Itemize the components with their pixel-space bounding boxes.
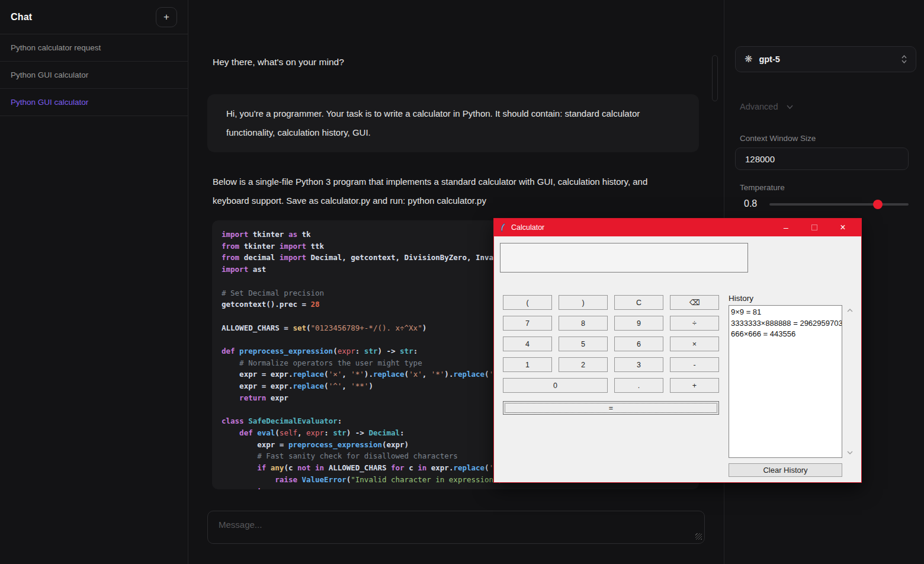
message-input[interactable] xyxy=(207,511,705,544)
calculator-titlebar[interactable]: Calculator – × xyxy=(494,219,861,236)
calc-key-backspace[interactable]: ⌫ xyxy=(670,295,719,310)
calc-key-dot[interactable]: . xyxy=(614,378,663,393)
calc-key-multiply[interactable]: × xyxy=(670,337,719,351)
model-name: gpt-5 xyxy=(759,55,779,64)
chat-scrollbar[interactable] xyxy=(712,55,718,101)
calc-key-5[interactable]: 5 xyxy=(559,337,608,351)
temperature-value: 0.8 xyxy=(744,198,757,209)
context-window-input[interactable] xyxy=(735,148,909,170)
sidebar-item[interactable]: Python GUI calculator xyxy=(0,62,188,89)
assistant-message-text: Below is a single-file Python 3 program … xyxy=(213,172,686,210)
sidebar-item[interactable]: Python GUI calculator xyxy=(0,89,188,116)
scroll-up-icon xyxy=(847,309,853,312)
close-icon: × xyxy=(840,223,845,232)
scroll-down-icon xyxy=(847,451,853,454)
advanced-toggle[interactable]: Advanced xyxy=(740,102,793,111)
model-select[interactable]: ❋ gpt-5 xyxy=(735,46,916,72)
calc-key-open-paren[interactable]: ( xyxy=(503,295,552,310)
calc-key-1[interactable]: 1 xyxy=(503,357,552,372)
window-controls: – × xyxy=(772,219,861,236)
calc-key-8[interactable]: 8 xyxy=(559,316,608,331)
calc-key-0[interactable]: 0 xyxy=(503,378,608,393)
calc-key-clear[interactable]: C xyxy=(614,295,663,310)
calc-key-4[interactable]: 4 xyxy=(503,337,552,351)
close-button[interactable]: × xyxy=(829,219,857,236)
user-message-text: Hi, you're a programmer. Your task is to… xyxy=(226,108,640,137)
chevron-down-icon xyxy=(787,105,793,109)
temperature-slider[interactable] xyxy=(769,203,909,206)
calc-key-9[interactable]: 9 xyxy=(614,316,663,331)
maximize-icon xyxy=(811,225,817,230)
calc-key-2[interactable]: 2 xyxy=(559,357,608,372)
calc-key-6[interactable]: 6 xyxy=(614,337,663,351)
app-root: Chat + Python calculator requestPython G… xyxy=(0,0,924,564)
history-item[interactable]: 9×9 = 81 xyxy=(731,307,842,318)
history-scrollbar[interactable] xyxy=(845,305,855,458)
calc-keys: ()C⌫789÷456×123-0.+ xyxy=(503,295,719,393)
plus-icon: + xyxy=(163,11,169,23)
minimize-icon: – xyxy=(784,223,788,232)
sidebar-item[interactable]: Python calculator request xyxy=(0,34,188,62)
assistant-greeting: Hey there, what's on your mind? xyxy=(213,57,344,68)
tk-feather-icon xyxy=(499,223,506,232)
maximize-button[interactable] xyxy=(800,219,829,236)
clear-history-button[interactable]: Clear History xyxy=(729,463,842,477)
calculator-title: Calculator xyxy=(511,223,544,232)
calc-display[interactable] xyxy=(500,243,748,273)
chat-sidebar: Chat + Python calculator requestPython G… xyxy=(0,0,188,564)
calc-key-divide[interactable]: ÷ xyxy=(670,316,719,331)
calc-key-3[interactable]: 3 xyxy=(614,357,663,372)
temperature-label: Temperature xyxy=(740,183,785,192)
history-item[interactable]: 3333333×888888 = 2962959703704 xyxy=(731,318,842,329)
calc-key-equals[interactable]: = xyxy=(503,401,719,415)
context-window-label: Context Window Size xyxy=(740,134,816,143)
chat-list: Python calculator requestPython GUI calc… xyxy=(0,34,188,116)
calc-key-plus[interactable]: + xyxy=(670,378,719,393)
select-chevrons-icon xyxy=(901,55,907,63)
calc-key-7[interactable]: 7 xyxy=(503,316,552,331)
history-item[interactable]: 666×666 = 443556 xyxy=(731,329,842,340)
minimize-button[interactable]: – xyxy=(772,219,800,236)
user-message-bubble: Hi, you're a programmer. Your task is to… xyxy=(207,94,699,152)
sidebar-header: Chat + xyxy=(0,0,188,34)
temperature-slider-thumb[interactable] xyxy=(873,200,883,209)
calc-key-minus[interactable]: - xyxy=(670,357,719,372)
sidebar-title: Chat xyxy=(11,12,32,23)
calc-key-close-paren[interactable]: ) xyxy=(559,295,608,310)
openai-logo-icon: ❋ xyxy=(745,55,752,64)
new-chat-button[interactable]: + xyxy=(156,7,177,27)
advanced-label: Advanced xyxy=(740,102,778,111)
history-list: 9×9 = 813333333×888888 = 296295970370466… xyxy=(729,305,842,458)
code-line: try: xyxy=(222,485,689,489)
history-label: History xyxy=(729,294,753,303)
calculator-window: Calculator – × ()C⌫789÷456×123-0.+ = His… xyxy=(493,218,862,483)
